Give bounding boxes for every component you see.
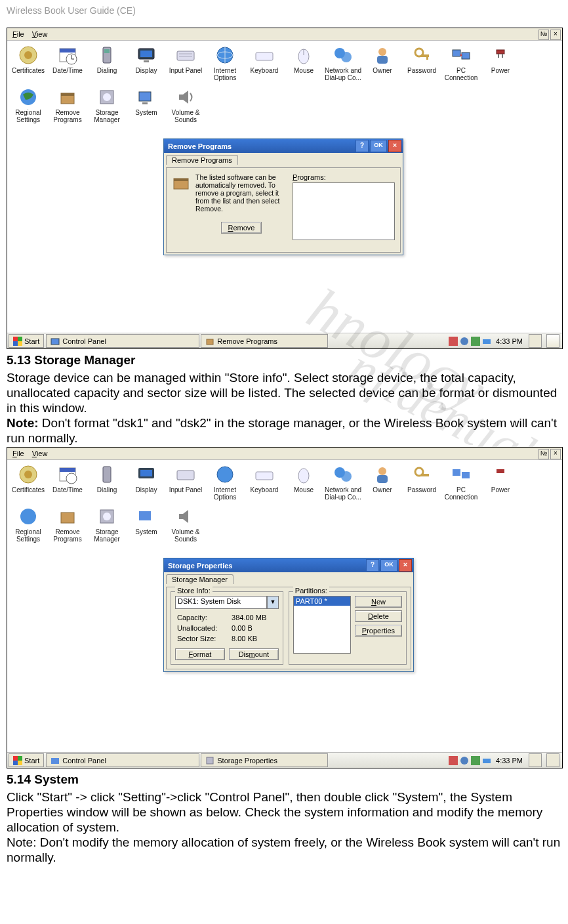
tray-icon-4[interactable] [482, 756, 491, 765]
tray-icon-2[interactable] [460, 756, 469, 765]
cp-mouse[interactable]: Mouse [284, 464, 323, 501]
svg-rect-11 [144, 60, 149, 62]
menu-file[interactable]: File [9, 30, 28, 39]
new-button[interactable]: New [355, 596, 402, 608]
cp-password[interactable]: Password [402, 45, 441, 81]
cp-row-2b: Regional Settings Remove Programs Storag… [7, 502, 562, 544]
cp-inputpanel[interactable]: Input Panel [166, 464, 205, 501]
cp-internet[interactable]: Internet Options [205, 45, 245, 81]
cp-power[interactable]: Power [481, 464, 520, 501]
svg-rect-64 [377, 475, 388, 483]
svg-rect-77 [449, 756, 458, 765]
cp-certificates[interactable]: Certificates [9, 464, 48, 501]
sector-value: 8.00 KB [231, 634, 277, 643]
cp-datetime[interactable]: Date/Time [48, 464, 87, 501]
partitions-listbox[interactable]: PART00 * [293, 596, 351, 654]
properties-button[interactable]: Properties [355, 625, 402, 637]
dialog-help-button[interactable]: ? [355, 140, 369, 152]
tray-icon-3[interactable] [471, 756, 480, 765]
dialog-help-button[interactable]: ? [366, 559, 379, 572]
cp-keyboard[interactable]: Keyboard [245, 464, 284, 501]
sip-button[interactable] [546, 334, 559, 348]
dialog-ok-button[interactable]: OK [370, 140, 387, 152]
cp-storagemgr[interactable]: Storage Manager [87, 87, 127, 123]
dialog-close-button[interactable]: × [388, 140, 401, 152]
svg-rect-27 [426, 57, 428, 60]
cp-certificates[interactable]: Certificates [9, 45, 48, 81]
capacity-value: 384.00 MB [231, 613, 277, 622]
taskbar-remove-programs[interactable]: Remove Programs [201, 334, 328, 348]
dialog-ok-button[interactable]: OK [380, 559, 397, 572]
svg-point-62 [341, 471, 352, 482]
chevron-down-icon[interactable]: ▼ [267, 596, 279, 609]
format-button[interactable]: Format [175, 648, 225, 660]
partition-item[interactable]: PART00 * [294, 597, 350, 606]
taskbar-control-panel[interactable]: Control Panel [46, 753, 199, 767]
tray-icon-3[interactable] [471, 337, 480, 346]
remove-button[interactable]: Remove [221, 222, 262, 234]
cp-volume[interactable]: Volume & Sounds [166, 506, 205, 543]
cp-keyboard[interactable]: Keyboard [245, 45, 284, 81]
cp-dialing[interactable]: Dialing [87, 464, 127, 501]
menubar: File View № × [7, 28, 562, 41]
tray-icon-1[interactable] [449, 756, 458, 765]
cp-volume[interactable]: Volume & Sounds [166, 87, 205, 123]
tray-icon-2[interactable] [460, 337, 469, 346]
cp-pcconn[interactable]: PC Connection [441, 45, 481, 81]
dialog-close-button[interactable]: × [399, 559, 412, 572]
cp-mouse[interactable]: Mouse [284, 45, 323, 81]
sip-button[interactable] [546, 753, 559, 767]
cp-network[interactable]: Network and Dial-up Co... [323, 45, 363, 81]
svg-rect-12 [177, 51, 194, 60]
programs-listbox[interactable] [293, 182, 395, 240]
cp-removeprog[interactable]: Remove Programs [48, 506, 87, 543]
cp-internet[interactable]: Internet Options [205, 464, 245, 501]
cp-system[interactable]: System [127, 506, 166, 543]
cp-display[interactable]: Display [127, 45, 166, 81]
cp-owner[interactable]: Owner [363, 464, 402, 501]
cp-inputpanel[interactable]: Input Panel [166, 45, 205, 81]
delete-button[interactable]: Delete [355, 610, 402, 622]
close-icon[interactable]: × [550, 449, 561, 459]
cp-display[interactable]: Display [127, 464, 166, 501]
windows-flag-icon [13, 337, 22, 346]
cp-power[interactable]: Power [481, 45, 520, 81]
menu-view[interactable]: View [28, 449, 52, 458]
svg-rect-79 [471, 756, 480, 765]
store-combo[interactable]: DSK1: System Disk [175, 596, 267, 609]
cp-datetime[interactable]: Date/Time [48, 45, 87, 81]
cp-network[interactable]: Network and Dial-up Co... [323, 464, 363, 501]
show-desktop-button[interactable] [529, 753, 542, 767]
storage-properties-dialog: Storage Properties ? OK × Storage Manage… [163, 558, 414, 672]
dismount-button[interactable]: Dismount [229, 648, 279, 660]
svg-rect-44 [207, 339, 213, 345]
help-icon[interactable]: № [538, 30, 549, 40]
taskbar-storage-properties[interactable]: Storage Properties [201, 753, 328, 767]
taskbar-control-panel[interactable]: Control Panel [46, 334, 199, 348]
section-514-note: Note: Don't modify the memory allocation… [7, 835, 561, 865]
cp-dialing[interactable]: Dialing [87, 45, 127, 81]
cp-storagemgr[interactable]: Storage Manager [87, 506, 127, 543]
dialog-titlebar[interactable]: Storage Properties ? OK × [164, 558, 413, 572]
tab-storage-manager[interactable]: Storage Manager [166, 574, 233, 584]
menu-view[interactable]: View [28, 30, 52, 39]
cp-system[interactable]: System [127, 87, 166, 123]
cp-row-1b: Certificates Date/Time Dialing Display I… [7, 460, 562, 502]
tray-icon-1[interactable] [449, 337, 458, 346]
cp-removeprog[interactable]: Remove Programs [48, 87, 87, 123]
cp-password[interactable]: Password [402, 464, 441, 501]
start-button[interactable]: Start [9, 753, 44, 767]
close-icon[interactable]: × [550, 30, 561, 40]
start-button[interactable]: Start [9, 334, 44, 348]
sector-label: Sector Size: [176, 634, 230, 643]
cp-pcconn[interactable]: PC Connection [441, 464, 481, 501]
help-icon[interactable]: № [538, 449, 549, 459]
cp-regional[interactable]: Regional Settings [9, 506, 48, 543]
show-desktop-button[interactable] [529, 334, 542, 348]
tab-remove-programs[interactable]: Remove Programs [166, 155, 238, 165]
tray-icon-4[interactable] [482, 337, 491, 346]
cp-owner[interactable]: Owner [363, 45, 402, 81]
dialog-titlebar[interactable]: Remove Programs ? OK × [164, 139, 403, 153]
menu-file[interactable]: File [9, 449, 28, 458]
cp-regional[interactable]: Regional Settings [9, 87, 48, 123]
